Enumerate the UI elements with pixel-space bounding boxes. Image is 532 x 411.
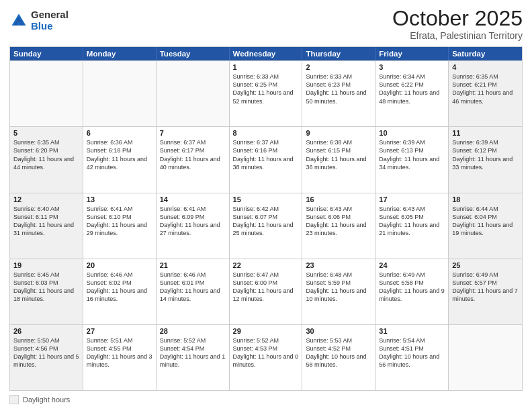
cal-row-4: 26Sunrise: 5:50 AM Sunset: 4:56 PM Dayli… (10, 324, 522, 390)
day-info: Sunrise: 5:54 AM Sunset: 4:51 PM Dayligh… (379, 336, 445, 369)
day-number: 3 (379, 63, 445, 71)
day-info: Sunrise: 6:42 AM Sunset: 6:07 PM Dayligh… (233, 205, 299, 238)
day-number: 4 (452, 63, 519, 71)
cal-cell: 1Sunrise: 6:33 AM Sunset: 6:25 PM Daylig… (230, 61, 303, 126)
main-title: October 2025 (392, 7, 523, 30)
day-number: 22 (233, 261, 299, 269)
day-info: Sunrise: 6:39 AM Sunset: 6:12 PM Dayligh… (452, 138, 519, 171)
legend-box (9, 395, 19, 404)
logo-icon (9, 11, 28, 30)
day-number: 10 (379, 129, 445, 137)
subtitle: Efrata, Palestinian Territory (392, 30, 523, 41)
title-block: October 2025 Efrata, Palestinian Territo… (392, 7, 523, 41)
day-info: Sunrise: 5:53 AM Sunset: 4:52 PM Dayligh… (306, 336, 371, 369)
cal-cell (10, 61, 83, 126)
day-number: 23 (306, 261, 371, 269)
cal-cell (157, 61, 230, 126)
day-info: Sunrise: 6:33 AM Sunset: 6:23 PM Dayligh… (306, 73, 371, 105)
day-number: 19 (13, 261, 79, 269)
header-cell-tuesday: Tuesday (157, 47, 230, 60)
cal-cell: 11Sunrise: 6:39 AM Sunset: 6:12 PM Dayli… (449, 127, 522, 192)
day-info: Sunrise: 6:37 AM Sunset: 6:16 PM Dayligh… (233, 138, 299, 171)
header-cell-wednesday: Wednesday (230, 47, 303, 60)
legend-label: Daylight hours (23, 396, 70, 404)
cal-cell: 22Sunrise: 6:47 AM Sunset: 6:00 PM Dayli… (230, 259, 303, 324)
legend: Daylight hours (9, 395, 523, 404)
cal-cell: 19Sunrise: 6:45 AM Sunset: 6:03 PM Dayli… (10, 259, 83, 324)
day-number: 1 (233, 63, 299, 71)
cal-cell: 13Sunrise: 6:41 AM Sunset: 6:10 PM Dayli… (83, 193, 157, 259)
header-cell-friday: Friday (375, 47, 449, 60)
calendar-header: SundayMondayTuesdayWednesdayThursdayFrid… (10, 47, 522, 60)
cal-cell: 2Sunrise: 6:33 AM Sunset: 6:23 PM Daylig… (302, 61, 375, 126)
day-number: 5 (13, 129, 79, 137)
cal-cell: 20Sunrise: 6:46 AM Sunset: 6:02 PM Dayli… (83, 259, 157, 324)
day-info: Sunrise: 6:41 AM Sunset: 6:10 PM Dayligh… (87, 205, 152, 238)
cal-cell: 9Sunrise: 6:38 AM Sunset: 6:15 PM Daylig… (302, 127, 375, 192)
day-info: Sunrise: 6:39 AM Sunset: 6:13 PM Dayligh… (379, 138, 445, 171)
cal-cell: 12Sunrise: 6:40 AM Sunset: 6:11 PM Dayli… (10, 193, 83, 259)
cal-cell: 15Sunrise: 6:42 AM Sunset: 6:07 PM Dayli… (230, 193, 303, 259)
cal-cell: 31Sunrise: 5:54 AM Sunset: 4:51 PM Dayli… (375, 325, 449, 390)
day-info: Sunrise: 6:46 AM Sunset: 6:02 PM Dayligh… (87, 271, 152, 304)
day-number: 7 (160, 129, 226, 137)
cal-row-2: 12Sunrise: 6:40 AM Sunset: 6:11 PM Dayli… (10, 193, 522, 259)
day-number: 31 (379, 327, 445, 335)
cal-cell: 28Sunrise: 5:52 AM Sunset: 4:54 PM Dayli… (157, 325, 230, 390)
day-number: 26 (13, 327, 79, 335)
cal-cell: 3Sunrise: 6:34 AM Sunset: 6:22 PM Daylig… (375, 61, 449, 126)
day-number: 30 (306, 327, 371, 335)
day-number: 24 (379, 261, 445, 269)
logo-text: General Blue (31, 9, 69, 32)
day-number: 25 (452, 261, 519, 269)
day-info: Sunrise: 6:49 AM Sunset: 5:58 PM Dayligh… (379, 271, 445, 304)
cal-row-3: 19Sunrise: 6:45 AM Sunset: 6:03 PM Dayli… (10, 259, 522, 324)
cal-cell: 10Sunrise: 6:39 AM Sunset: 6:13 PM Dayli… (375, 127, 449, 192)
page: General Blue October 2025 Efrata, Palest… (0, 0, 532, 411)
calendar-body: 1Sunrise: 6:33 AM Sunset: 6:25 PM Daylig… (10, 60, 522, 390)
header: General Blue October 2025 Efrata, Palest… (9, 7, 523, 41)
calendar: SundayMondayTuesdayWednesdayThursdayFrid… (9, 46, 523, 391)
logo-blue: Blue (31, 21, 69, 32)
day-number: 12 (13, 195, 79, 203)
day-info: Sunrise: 6:48 AM Sunset: 5:59 PM Dayligh… (306, 271, 371, 304)
cal-cell: 27Sunrise: 5:51 AM Sunset: 4:55 PM Dayli… (83, 325, 157, 390)
cal-cell: 6Sunrise: 6:36 AM Sunset: 6:18 PM Daylig… (83, 127, 157, 192)
cal-cell: 25Sunrise: 6:49 AM Sunset: 5:57 PM Dayli… (449, 259, 522, 324)
day-info: Sunrise: 5:52 AM Sunset: 4:53 PM Dayligh… (233, 336, 299, 369)
day-info: Sunrise: 5:50 AM Sunset: 4:56 PM Dayligh… (13, 336, 79, 369)
cal-cell: 18Sunrise: 6:44 AM Sunset: 6:04 PM Dayli… (449, 193, 522, 259)
day-info: Sunrise: 6:37 AM Sunset: 6:17 PM Dayligh… (160, 138, 226, 171)
day-number: 6 (87, 129, 152, 137)
day-info: Sunrise: 6:36 AM Sunset: 6:18 PM Dayligh… (87, 138, 152, 171)
cal-cell: 17Sunrise: 6:43 AM Sunset: 6:05 PM Dayli… (375, 193, 449, 259)
cal-cell: 23Sunrise: 6:48 AM Sunset: 5:59 PM Dayli… (302, 259, 375, 324)
logo-general: General (31, 9, 69, 21)
day-info: Sunrise: 6:35 AM Sunset: 6:21 PM Dayligh… (452, 73, 519, 105)
day-info: Sunrise: 6:38 AM Sunset: 6:15 PM Dayligh… (306, 138, 371, 171)
day-info: Sunrise: 6:43 AM Sunset: 6:05 PM Dayligh… (379, 205, 445, 238)
cal-cell: 21Sunrise: 6:46 AM Sunset: 6:01 PM Dayli… (157, 259, 230, 324)
svg-rect-2 (17, 21, 21, 26)
cal-row-0: 1Sunrise: 6:33 AM Sunset: 6:25 PM Daylig… (10, 60, 522, 126)
day-info: Sunrise: 6:41 AM Sunset: 6:09 PM Dayligh… (160, 205, 226, 238)
day-number: 28 (160, 327, 226, 335)
day-number: 27 (87, 327, 152, 335)
cal-cell: 29Sunrise: 5:52 AM Sunset: 4:53 PM Dayli… (230, 325, 303, 390)
day-number: 21 (160, 261, 226, 269)
cal-cell: 4Sunrise: 6:35 AM Sunset: 6:21 PM Daylig… (449, 61, 522, 126)
cal-cell: 30Sunrise: 5:53 AM Sunset: 4:52 PM Dayli… (302, 325, 375, 390)
day-info: Sunrise: 6:40 AM Sunset: 6:11 PM Dayligh… (13, 205, 79, 238)
day-number: 15 (233, 195, 299, 203)
day-number: 29 (233, 327, 299, 335)
header-cell-saturday: Saturday (449, 47, 522, 60)
cal-cell: 24Sunrise: 6:49 AM Sunset: 5:58 PM Dayli… (375, 259, 449, 324)
day-number: 18 (452, 195, 519, 203)
day-info: Sunrise: 6:47 AM Sunset: 6:00 PM Dayligh… (233, 271, 299, 304)
day-number: 17 (379, 195, 445, 203)
cal-cell (83, 61, 157, 126)
day-info: Sunrise: 5:52 AM Sunset: 4:54 PM Dayligh… (160, 336, 226, 369)
day-number: 20 (87, 261, 152, 269)
header-cell-thursday: Thursday (302, 47, 375, 60)
day-number: 14 (160, 195, 226, 203)
